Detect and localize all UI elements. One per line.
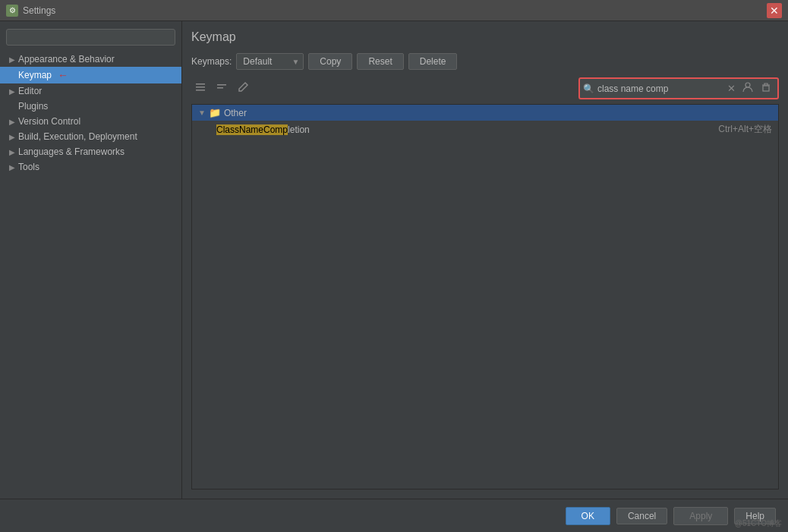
- shortcut-value: Ctrl+Alt+空格: [718, 123, 772, 136]
- sidebar-search-input[interactable]: [6, 29, 175, 46]
- table-row[interactable]: Class Name Comp letion Ctrl+Alt+空格: [192, 121, 778, 138]
- svg-point-5: [745, 83, 750, 87]
- sidebar-item-label: Build, Execution, Deployment: [18, 131, 137, 142]
- collapse-all-icon: [216, 81, 228, 93]
- ok-button[interactable]: OK: [566, 507, 610, 525]
- folder-icon: 📁: [209, 107, 221, 118]
- expand-icon: ▶: [9, 148, 15, 156]
- expand-icon: ▶: [9, 55, 15, 64]
- copy-button[interactable]: Copy: [308, 53, 352, 70]
- highlight-class: Class: [216, 124, 239, 135]
- panel-title: Keymap: [191, 30, 779, 44]
- highlight-name: Name: [239, 124, 263, 135]
- group-label: Other: [224, 108, 247, 118]
- pencil-icon: [237, 81, 249, 93]
- edit-button[interactable]: [234, 80, 252, 97]
- keymaps-select[interactable]: Default Mac OS X Eclipse NetBeans: [236, 53, 304, 70]
- sidebar-item-languages[interactable]: ▶ Languages & Frameworks: [0, 144, 181, 159]
- reset-button[interactable]: Reset: [357, 53, 403, 70]
- svg-rect-2: [196, 90, 205, 91]
- pointer-arrow: ←: [58, 69, 68, 81]
- expand-all-icon: [194, 81, 206, 93]
- expand-icon: ▶: [9, 87, 15, 96]
- keymap-search-box: 🔍 ✕: [578, 77, 779, 99]
- sidebar-item-label: Editor: [18, 86, 42, 96]
- expand-all-button[interactable]: [191, 80, 210, 97]
- sidebar-item-label: Tools: [18, 162, 39, 172]
- sidebar-item-keymap[interactable]: Keymap ←: [0, 67, 181, 83]
- clear-search-button[interactable]: ✕: [725, 82, 738, 95]
- expand-icon: ▶: [9, 118, 15, 126]
- search-tools: ✕: [725, 80, 774, 96]
- highlight-comp: Comp: [263, 124, 288, 135]
- sidebar-item-label: Keymap: [18, 70, 52, 80]
- app-icon: ⚙: [6, 5, 18, 17]
- sidebar-item-label: Version Control: [18, 116, 80, 127]
- watermark: @51CTO博客: [735, 518, 782, 529]
- delete-button[interactable]: Delete: [408, 53, 458, 70]
- collapse-all-button[interactable]: [213, 80, 231, 97]
- cancel-button[interactable]: Cancel: [616, 508, 667, 524]
- group-expand-icon: ▼: [198, 109, 206, 117]
- match-user-button[interactable]: [739, 80, 756, 96]
- svg-rect-1: [196, 87, 205, 88]
- main-container: ▶ Appearance & Behavior Keymap ← ▶ Edito…: [0, 21, 788, 532]
- titlebar: ⚙ Settings ✕: [0, 0, 788, 21]
- content-area: ▶ Appearance & Behavior Keymap ← ▶ Edito…: [0, 21, 788, 499]
- sidebar-item-build[interactable]: ▶ Build, Execution, Deployment: [0, 129, 181, 144]
- sidebar-item-label: Appearance & Behavior: [18, 54, 115, 65]
- svg-rect-4: [217, 87, 223, 89]
- expand-icon: ▶: [9, 133, 15, 141]
- apply-button[interactable]: Apply: [673, 507, 728, 525]
- svg-rect-0: [196, 83, 205, 85]
- right-panel: Keymap Keymaps: Default Mac OS X Eclipse…: [182, 21, 788, 499]
- sidebar-item-plugins[interactable]: Plugins: [0, 99, 181, 114]
- svg-rect-6: [763, 86, 769, 91]
- svg-rect-3: [217, 84, 226, 86]
- tree-group-other[interactable]: ▼ 📁 Other: [192, 105, 778, 121]
- keymaps-label: Keymaps:: [191, 56, 232, 67]
- delete-search-button[interactable]: [758, 80, 774, 96]
- keymaps-select-wrapper: Default Mac OS X Eclipse NetBeans ▼: [236, 53, 304, 70]
- sidebar: ▶ Appearance & Behavior Keymap ← ▶ Edito…: [0, 21, 182, 499]
- trash-icon: [760, 81, 772, 93]
- window-title: Settings: [23, 5, 762, 16]
- sidebar-item-label: Languages & Frameworks: [18, 146, 125, 157]
- search-icon: 🔍: [583, 83, 594, 94]
- keymaps-row: Keymaps: Default Mac OS X Eclipse NetBea…: [191, 53, 779, 70]
- sidebar-item-appearance[interactable]: ▶ Appearance & Behavior: [0, 52, 181, 67]
- sidebar-item-editor[interactable]: ▶ Editor: [0, 83, 181, 99]
- keymap-tree[interactable]: ▼ 📁 Other Class Name Comp letion Ctrl+Al…: [191, 104, 779, 490]
- toolbar-row: 🔍 ✕: [191, 77, 779, 99]
- toolbar-left: [191, 80, 252, 97]
- sidebar-item-tools[interactable]: ▶ Tools: [0, 159, 181, 175]
- bottom-bar: OK Cancel Apply Help: [0, 499, 788, 532]
- action-name: Class Name Comp letion: [216, 124, 310, 135]
- user-icon: [742, 81, 754, 93]
- sidebar-item-label: Plugins: [18, 101, 48, 112]
- close-button[interactable]: ✕: [767, 3, 782, 18]
- keymap-search-input[interactable]: [597, 83, 719, 94]
- sidebar-item-version-control[interactable]: ▶ Version Control: [0, 114, 181, 129]
- expand-icon: ▶: [9, 163, 15, 172]
